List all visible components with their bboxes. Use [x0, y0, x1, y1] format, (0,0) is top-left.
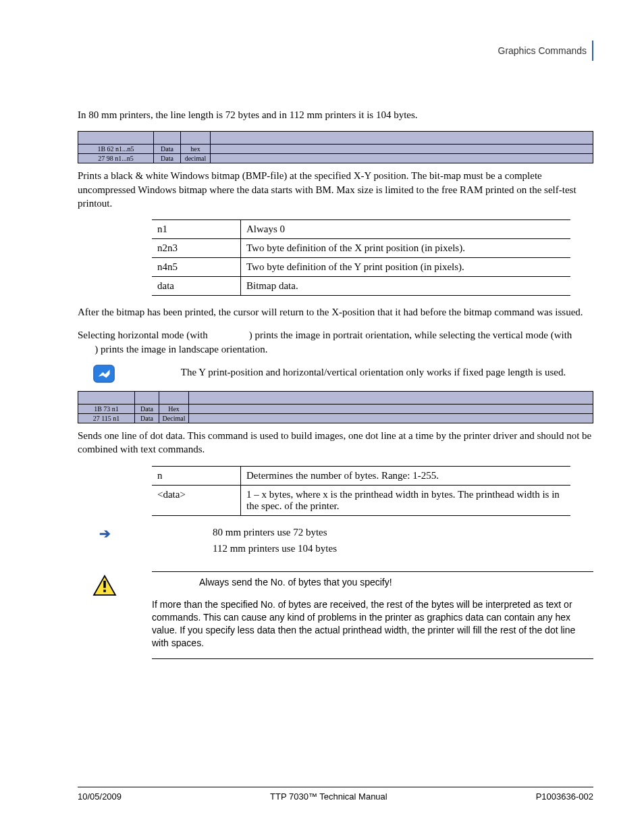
divider — [152, 658, 593, 659]
cmd-title — [189, 392, 593, 405]
parameter-table-1: n1Always 0 n2n3Two byte definition of th… — [152, 219, 570, 296]
example-line-2: 112 mm printers use 104 bytes — [213, 542, 593, 555]
command-table-print-bitmap: 1B 62 n1...n5 Data hex 27 98 n1...n5 Dat… — [78, 131, 593, 163]
caution-block: Always send the No. of bytes that you sp… — [78, 576, 593, 649]
orientation-paragraph: Selecting horizontal mode (with ESC o H … — [78, 328, 593, 356]
page-footer: 10/05/2009 TTP 7030™ Technical Manual P1… — [78, 787, 593, 802]
intro-paragraph: In 80 mm printers, the line length is 72… — [78, 108, 593, 122]
caution-heading: Always send the No. of bytes that you sp… — [199, 577, 392, 588]
example-line-1: 80 mm printers use 72 bytes — [213, 525, 593, 539]
note-icon — [92, 364, 115, 390]
description-paragraph-2: Sends one line of dot data. This command… — [78, 429, 593, 457]
parameter-table-2: nDetermines the number of bytes. Range: … — [152, 466, 570, 516]
post-table-paragraph: After the bitmap has been printed, the c… — [78, 305, 593, 319]
svg-rect-2 — [103, 581, 106, 588]
hex-sequence: 1B 62 n1...n5 — [78, 145, 154, 154]
svg-rect-3 — [103, 590, 106, 592]
example-arrow-icon: ➔ — [99, 525, 111, 542]
divider — [152, 571, 593, 572]
footer-doc-number: P1003636-002 — [536, 791, 593, 802]
note-text: The Y print-position and horizontal/vert… — [181, 367, 566, 377]
cmd-label — [78, 392, 135, 405]
description-paragraph: Prints a black & white Windows bitmap (B… — [78, 169, 593, 210]
decimal-sequence: 27 98 n1...n5 — [78, 154, 154, 163]
cmd-title — [211, 132, 593, 145]
note-block: Note • The Y print-position and horizont… — [78, 365, 593, 379]
section-title: Graphics Commands — [498, 45, 587, 56]
example-block: ➔ 80 mm printers use 72 bytes 112 mm pri… — [78, 525, 593, 556]
page-header: Graphics Commands — [498, 41, 594, 61]
decimal-sequence: 27 115 n1 — [78, 414, 135, 423]
footer-title: TTP 7030™ Technical Manual — [270, 791, 387, 802]
caution-icon — [92, 575, 117, 599]
command-table-send-dot-line: 1B 73 n1 Data Hex 27 115 n1 Data Decimal — [78, 391, 593, 423]
cmd-label — [78, 132, 154, 145]
footer-date: 10/05/2009 — [78, 791, 122, 802]
caution-body: If more than the specified No. of bytes … — [152, 598, 593, 650]
hex-sequence: 1B 73 n1 — [78, 405, 135, 414]
